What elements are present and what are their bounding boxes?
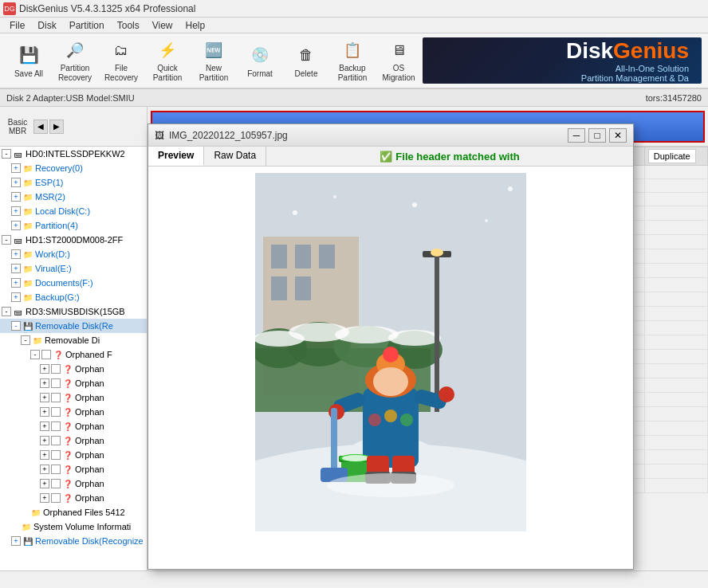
tree-item-hd1[interactable]: - 🖴 HD1:ST2000DM008-2FF <box>0 233 147 247</box>
tree-item-documents-f[interactable]: + 📁 Documents(F:) <box>0 276 147 290</box>
save-all-button[interactable]: 💾 Save All <box>6 37 51 84</box>
expand-orphan1[interactable]: + <box>40 364 49 374</box>
tree-item-orphan6[interactable]: + ❓ Orphan <box>0 433 147 448</box>
tree-item-orphan4[interactable]: + ❓ Orphan <box>0 405 147 419</box>
expand-backup-g[interactable]: + <box>11 292 21 302</box>
dialog-title: 🖼 IMG_20220122_105957.jpg <box>155 130 288 141</box>
tree-item-orphaned-files[interactable]: 📁 Orphaned Files 5412 <box>0 505 147 519</box>
tree-item-removable-rec[interactable]: - 💾 Removable Disk(Re <box>0 319 147 333</box>
check-orphan6[interactable] <box>51 436 61 445</box>
tree-item-orphaned-r[interactable]: - ❓ Orphaned F <box>0 347 147 362</box>
nav-back[interactable]: ◀ <box>33 120 48 134</box>
tree-item-work-d[interactable]: + 📁 Work(D:) <box>0 247 147 261</box>
dialog-close-button[interactable]: ✕ <box>609 128 627 143</box>
expand-recovery[interactable]: + <box>11 163 21 173</box>
removable-rec2-label: Removable Disk(Recognize <box>35 536 144 546</box>
tree-item-esp[interactable]: + 📁 ESP(1) <box>0 175 147 190</box>
check-orphan8[interactable] <box>51 465 61 474</box>
tab-preview[interactable]: Preview <box>148 147 204 166</box>
tree-item-orphan10[interactable]: + ❓ Orphan <box>0 491 147 505</box>
tree-item-system-volume[interactable]: 📁 System Volume Informati <box>0 519 147 534</box>
expand-hd0[interactable]: - <box>2 149 11 159</box>
tree-item-msr[interactable]: + 📁 MSR(2) <box>0 190 147 204</box>
tree-item-hd0[interactable]: - 🖴 HD0:INTELSSDPEKKW2 <box>0 147 147 161</box>
expand-orphan2[interactable]: + <box>40 378 49 388</box>
expand-msr[interactable]: + <box>11 192 21 202</box>
tree-item-backup-g[interactable]: + 📁 Backup(G:) <box>0 290 147 304</box>
tree-item-orphan1[interactable]: + ❓ Orphan <box>0 362 147 376</box>
tree-item-virual-e[interactable]: + 📁 Virual(E:) <box>0 261 147 276</box>
check-orphan2[interactable] <box>51 378 61 388</box>
expand-orphan10[interactable]: + <box>40 493 49 503</box>
expand-esp[interactable]: + <box>11 178 21 187</box>
tree-item-recovery[interactable]: + 📁 Recovery(0) <box>0 161 147 175</box>
removable-rec-label: Removable Disk(Re <box>35 321 113 331</box>
new-partition-button[interactable]: 🆕 NewPartition <box>191 37 236 84</box>
menu-file[interactable]: File <box>3 18 31 33</box>
format-button[interactable]: 💿 Format <box>238 37 282 84</box>
check-orphan4[interactable] <box>51 407 61 417</box>
quick-partition-button[interactable]: ⚡ QuickPartition <box>145 37 190 84</box>
tree-item-removable-di[interactable]: - 📁 Removable Di <box>0 333 147 347</box>
expand-orphan9[interactable]: + <box>40 479 49 488</box>
menu-bar: File Disk Partition Tools View Help <box>0 18 708 33</box>
check-orphan7[interactable] <box>51 450 61 460</box>
expand-local-c[interactable]: + <box>11 206 21 216</box>
check-orphan3[interactable] <box>51 393 61 402</box>
tree-item-partition4[interactable]: + 📁 Partition(4) <box>0 218 147 233</box>
expand-work-d[interactable]: + <box>11 249 21 259</box>
tree-item-orphan5[interactable]: + ❓ Orphan <box>0 419 147 433</box>
tree-item-rd3[interactable]: - 🖴 RD3:SMIUSBDISK(15GB <box>0 304 147 319</box>
check-orphaned-r[interactable] <box>41 350 51 359</box>
menu-disk[interactable]: Disk <box>31 18 62 33</box>
backup-partition-button[interactable]: 📋 BackupPartition <box>330 37 375 84</box>
expand-removable-di[interactable]: - <box>21 335 30 345</box>
rd3-icon: 🖴 <box>13 307 24 316</box>
quick-partition-icon: ⚡ <box>155 38 180 62</box>
duplicate-button[interactable]: Duplicate <box>648 149 696 163</box>
expand-orphan3[interactable]: + <box>40 393 49 402</box>
expand-orphaned-r[interactable]: - <box>30 350 40 359</box>
check-orphan9[interactable] <box>51 479 61 488</box>
tree-item-orphan2[interactable]: + ❓ Orphan <box>0 376 147 390</box>
expand-orphan5[interactable]: + <box>40 421 49 431</box>
partition-recovery-icon: 🔎 <box>62 38 88 62</box>
dialog-minimize-button[interactable]: ─ <box>568 128 585 143</box>
expand-orphan7[interactable]: + <box>40 450 49 460</box>
menu-tools[interactable]: Tools <box>111 18 146 33</box>
tree-item-orphan9[interactable]: + ❓ Orphan <box>0 476 147 491</box>
tree-item-removable-rec2[interactable]: + 💾 Removable Disk(Recognize <box>0 534 147 548</box>
check-orphan1[interactable] <box>51 364 61 374</box>
expand-orphan4[interactable]: + <box>40 407 49 417</box>
expand-virual-e[interactable]: + <box>11 264 21 273</box>
expand-documents-f[interactable]: + <box>11 278 21 288</box>
partition-recovery-button[interactable]: 🔎 PartitionRecovery <box>53 37 97 84</box>
dialog-maximize-button[interactable]: □ <box>588 128 606 143</box>
menu-partition[interactable]: Partition <box>63 18 111 33</box>
tree-item-local-c[interactable]: + 📁 Local Disk(C:) <box>0 204 147 218</box>
tree-item-orphan3[interactable]: + ❓ Orphan <box>0 390 147 405</box>
expand-rd3[interactable]: - <box>2 307 11 316</box>
file-recovery-button[interactable]: 🗂 FileRecovery <box>99 37 144 84</box>
nav-forward[interactable]: ▶ <box>49 120 64 134</box>
menu-help[interactable]: Help <box>179 18 212 33</box>
check-orphan5[interactable] <box>51 421 61 431</box>
expand-orphan6[interactable]: + <box>40 436 49 445</box>
orphan8-label: Orphan <box>75 465 104 474</box>
tree-item-orphan8[interactable]: + ❓ Orphan <box>0 462 147 476</box>
tree-item-orphan7[interactable]: + ❓ Orphan <box>0 448 147 462</box>
delete-button[interactable]: 🗑 Delete <box>284 37 328 84</box>
expand-removable-rec[interactable]: - <box>11 321 21 331</box>
expand-removable-rec2[interactable]: + <box>11 536 21 546</box>
dialog-controls: ─ □ ✕ <box>568 128 627 143</box>
menu-view[interactable]: View <box>146 18 179 33</box>
expand-orphan8[interactable]: + <box>40 465 49 474</box>
file-header-status: ✅ File header matched with <box>266 147 633 166</box>
check-orphan10[interactable] <box>51 493 61 503</box>
os-migration-button[interactable]: 🖥 OS Migration <box>376 37 421 84</box>
dialog-tabs: Preview Raw Data ✅ File header matched w… <box>148 147 633 167</box>
disk-info-text: Disk 2 Adapter:USB Model:SMIU <box>6 93 135 103</box>
tab-raw-data[interactable]: Raw Data <box>204 147 266 166</box>
expand-partition4[interactable]: + <box>11 221 21 230</box>
expand-hd1[interactable]: - <box>2 235 11 245</box>
